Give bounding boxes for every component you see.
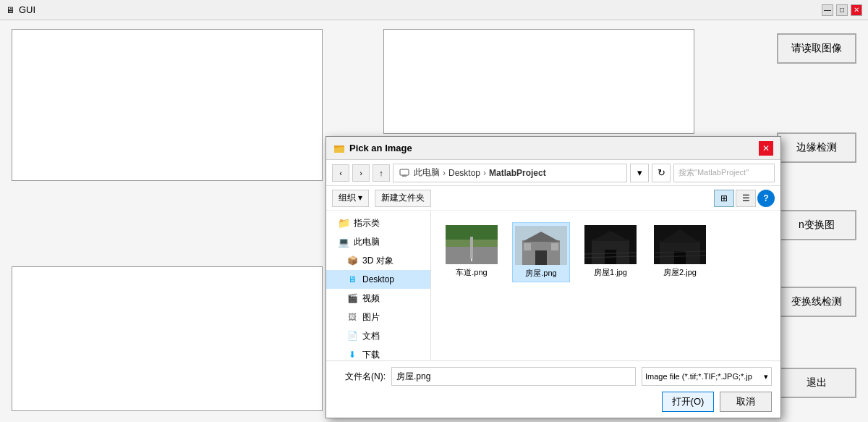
file-dialog: Pick an Image ✕ ‹ › ↑ 此电脑 › Desktop › Ma… xyxy=(326,136,781,418)
forward-button[interactable]: › xyxy=(352,164,370,182)
dialog-footer: 文件名(N): Image file (*.tif;*.TIF;*.JPG;*.… xyxy=(326,360,780,418)
dialog-body: 📁 指示类 💻 此电脑 📦 3D 对象 🖥 Desktop 🎬 视 xyxy=(326,211,780,360)
sidebar-item-downloads[interactable]: ⬇ 下载 xyxy=(326,345,430,360)
file-thumb-road xyxy=(446,225,498,264)
desktop-icon: 🖥 xyxy=(346,274,358,285)
breadcrumb[interactable]: 此电脑 › Desktop › MatlabProject xyxy=(393,164,627,182)
video-icon: 🎬 xyxy=(346,292,358,304)
edge-detect-button[interactable]: 边缘检测 xyxy=(777,132,856,163)
list-view-button[interactable]: ☰ xyxy=(736,190,756,207)
window-controls: — □ ✕ xyxy=(822,4,862,16)
sidebar-label: 视频 xyxy=(362,292,380,305)
sidebar-label: 3D 对象 xyxy=(362,255,393,267)
refresh-button[interactable]: ↻ xyxy=(652,164,671,182)
line-detect-button[interactable]: 变换线检测 xyxy=(777,287,856,317)
breadcrumb-sep2: › xyxy=(483,168,486,178)
sidebar-item-pictures[interactable]: 🖼 图片 xyxy=(326,308,430,326)
svg-rect-24 xyxy=(674,251,686,264)
sidebar-label: 文档 xyxy=(362,330,380,342)
breadcrumb-dropdown[interactable]: ▾ xyxy=(630,164,649,182)
sidebar-item-this-pc[interactable]: 💻 此电脑 xyxy=(326,232,430,251)
sidebar-item-video[interactable]: 🎬 视频 xyxy=(326,289,430,308)
svg-rect-2 xyxy=(334,145,339,148)
maximize-button[interactable]: □ xyxy=(836,4,848,16)
svg-rect-13 xyxy=(524,243,531,250)
sidebar-label: Desktop xyxy=(362,274,394,284)
filetype-label: Image file (*.tif;*.TIF;*.JPG;*.jp xyxy=(645,372,752,381)
file-thumb-house xyxy=(515,226,567,265)
back-button[interactable]: ‹ xyxy=(332,164,349,182)
dialog-close-button[interactable]: ✕ xyxy=(759,141,773,156)
open-button[interactable]: 打开(O) xyxy=(662,392,714,412)
svg-rect-8 xyxy=(446,240,498,247)
sidebar-item-documents[interactable]: 📄 文档 xyxy=(326,326,430,345)
top-middle-panel xyxy=(383,29,694,134)
hough-transform-button[interactable]: n变换图 xyxy=(777,210,856,240)
file-thumb-house1 xyxy=(584,225,637,264)
gui-main: 请读取图像 边缘检测 n变换图 变换线检测 退出 Pick an Image ✕… xyxy=(0,20,868,422)
filename-row: 文件名(N): Image file (*.tif;*.TIF;*.JPG;*.… xyxy=(335,367,772,386)
organize-button[interactable]: 组织 ▾ xyxy=(332,190,369,207)
sidebar-label: 指示类 xyxy=(354,217,380,229)
file-item-road[interactable]: 车道.png xyxy=(443,222,501,282)
breadcrumb-part3[interactable]: MatlabProject xyxy=(489,168,546,178)
folder-icon: 📁 xyxy=(338,217,349,229)
icon-view-button[interactable]: ⊞ xyxy=(714,190,734,207)
action-row: 打开(O) 取消 xyxy=(335,392,772,412)
new-folder-button[interactable]: 新建文件夹 xyxy=(375,190,431,207)
titlebar-title: GUI xyxy=(19,4,35,15)
pictures-icon: 🖼 xyxy=(346,311,358,323)
help-button[interactable]: ? xyxy=(757,190,775,207)
sidebar-item-desktop[interactable]: 🖥 Desktop xyxy=(326,270,430,289)
svg-rect-6 xyxy=(446,245,498,264)
documents-icon: 📄 xyxy=(346,330,358,342)
filename-label: 文件名(N): xyxy=(335,371,386,383)
bottom-left-panel xyxy=(12,266,323,411)
sidebar-item-favorites[interactable]: 📁 指示类 xyxy=(326,214,430,232)
dialog-titlebar: Pick an Image ✕ xyxy=(326,137,780,160)
pc-icon: 💻 xyxy=(338,236,349,248)
breadcrumb-part2[interactable]: Desktop xyxy=(448,168,480,178)
close-button[interactable]: ✕ xyxy=(851,4,862,16)
svg-rect-1 xyxy=(334,147,344,153)
file-area: 车道.png 房屋.png xyxy=(431,211,780,360)
svg-rect-12 xyxy=(535,250,547,265)
cancel-button[interactable]: 取消 xyxy=(720,392,772,412)
search-box[interactable]: 搜索"MatlabProject" xyxy=(673,164,775,182)
file-name-house: 房屋.png xyxy=(525,268,556,279)
file-item-house1[interactable]: 房屋1.jpg xyxy=(582,222,639,282)
dialog-nav: ‹ › ↑ 此电脑 › Desktop › MatlabProject ▾ ↻ … xyxy=(326,160,780,186)
breadcrumb-part1[interactable]: 此电脑 xyxy=(414,166,440,179)
sidebar-label: 此电脑 xyxy=(354,236,380,248)
dialog-icon xyxy=(333,143,345,154)
svg-rect-4 xyxy=(402,175,407,177)
file-name-house1: 房屋1.jpg xyxy=(594,267,627,278)
titlebar: 🖥 GUI — □ ✕ xyxy=(0,0,868,20)
read-image-button[interactable]: 请读取图像 xyxy=(777,33,856,64)
dialog-title: Pick an Image xyxy=(349,143,759,153)
search-placeholder: 搜索"MatlabProject" xyxy=(678,167,749,178)
up-button[interactable]: ↑ xyxy=(373,164,390,182)
breadcrumb-pc[interactable] xyxy=(399,168,411,178)
dialog-toolbar: 组织 ▾ 新建文件夹 ⊞ ☰ ? xyxy=(326,186,780,211)
sidebar: 📁 指示类 💻 此电脑 📦 3D 对象 🖥 Desktop 🎬 视 xyxy=(326,211,431,360)
3d-icon: 📦 xyxy=(346,255,358,266)
downloads-icon: ⬇ xyxy=(346,349,358,360)
app-icon: 🖥 xyxy=(6,5,14,15)
breadcrumb-sep1: › xyxy=(443,168,446,178)
top-left-panel xyxy=(12,29,323,181)
file-name-house2: 房屋2.jpg xyxy=(663,267,697,278)
svg-rect-14 xyxy=(551,243,558,250)
exit-button[interactable]: 退出 xyxy=(777,368,856,398)
minimize-button[interactable]: — xyxy=(822,4,833,16)
file-name-road: 车道.png xyxy=(456,267,487,278)
file-thumb-house2 xyxy=(654,225,706,264)
dropdown-arrow: ▾ xyxy=(764,372,768,381)
file-item-house2[interactable]: 房屋2.jpg xyxy=(651,222,709,282)
file-item-house[interactable]: 房屋.png xyxy=(512,222,570,282)
sidebar-label: 图片 xyxy=(362,311,380,324)
filetype-dropdown[interactable]: Image file (*.tif;*.TIF;*.JPG;*.jp ▾ xyxy=(642,367,772,386)
filename-input[interactable] xyxy=(391,367,636,386)
sidebar-item-3d[interactable]: 📦 3D 对象 xyxy=(326,251,430,270)
svg-rect-3 xyxy=(400,169,409,175)
